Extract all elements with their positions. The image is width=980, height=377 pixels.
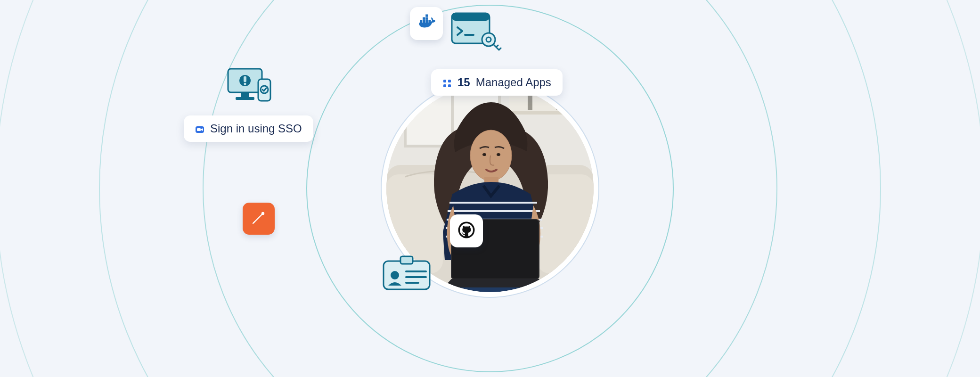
svg-rect-48 (241, 92, 249, 97)
terminal-with-key-icon (450, 11, 502, 56)
svg-point-14 (482, 153, 486, 156)
managed-apps-label: Managed Apps (476, 76, 551, 89)
svg-point-57 (391, 271, 399, 279)
svg-rect-26 (197, 128, 201, 131)
docker-tile (410, 7, 443, 40)
managed-apps-count: 15 (457, 76, 470, 89)
zoom-icon (195, 124, 204, 133)
sso-badge-label: Sign in using SSO (210, 122, 302, 135)
svg-rect-35 (425, 17, 428, 20)
svg-rect-49 (236, 97, 254, 100)
svg-rect-32 (423, 20, 425, 23)
svg-rect-34 (423, 17, 425, 20)
svg-point-15 (497, 153, 500, 156)
svg-line-41 (253, 221, 255, 223)
svg-rect-7 (528, 93, 532, 110)
svg-rect-29 (443, 84, 446, 87)
svg-rect-30 (448, 84, 451, 87)
svg-rect-56 (400, 256, 413, 264)
apps-grid-icon (442, 78, 452, 87)
svg-rect-33 (425, 20, 428, 23)
svg-point-40 (261, 212, 264, 215)
docker-icon (416, 13, 436, 34)
svg-rect-36 (425, 15, 428, 17)
svg-rect-27 (443, 80, 446, 82)
svg-rect-31 (420, 20, 422, 23)
monitor-with-phone-icon (225, 66, 275, 109)
svg-rect-51 (244, 76, 246, 82)
postman-icon (251, 210, 267, 228)
managed-apps-badge: 15 Managed Apps (431, 69, 563, 96)
postman-tile (243, 203, 275, 235)
svg-point-52 (244, 83, 246, 85)
svg-rect-28 (448, 80, 451, 82)
github-icon (457, 220, 476, 242)
github-tile (450, 214, 483, 247)
svg-marker-24 (444, 279, 547, 287)
id-card-icon (381, 254, 433, 292)
sso-badge: Sign in using SSO (184, 115, 313, 142)
svg-rect-43 (452, 13, 490, 21)
